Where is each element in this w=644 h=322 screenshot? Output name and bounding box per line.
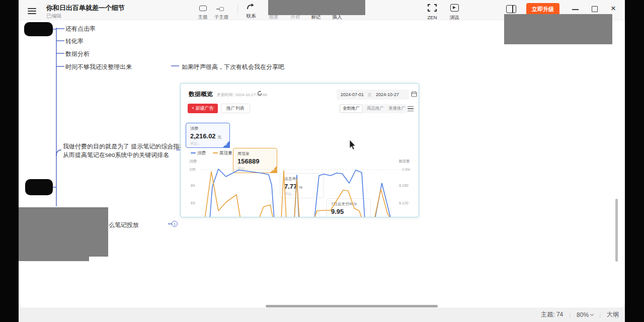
dashboard-title: 数据概览 [189, 90, 213, 99]
collapse-count-badge[interactable]: 1 [172, 221, 178, 227]
horizontal-scrollbar[interactable] [266, 305, 438, 307]
mindmap-node[interactable]: 数据分析 [65, 50, 90, 58]
date-start: 2024-07-01 [341, 92, 364, 97]
right-letterbox [625, 0, 644, 322]
zen-mode-button[interactable]: ZEN [424, 4, 441, 20]
left-letterbox [0, 0, 19, 322]
chevron-down-icon [590, 312, 594, 315]
window-minimize-button[interactable] [572, 9, 579, 10]
left-axis-tick: 105 [189, 167, 196, 172]
dashboard-image-node[interactable]: 数据概览 更新时间: 2024-10-27 18:48 2024-07-01 至… [180, 83, 419, 217]
toolbar-subtopic-button[interactable]: 子主题 [211, 4, 231, 21]
date-separator: 至 [368, 92, 372, 98]
mindmap-callout-node[interactable]: 如果呼声很高，下次有机会我在分享吧 [182, 63, 284, 71]
metrics-chart-plot [201, 167, 411, 217]
toolbar-divider [237, 6, 238, 15]
legend-spend-swatch [191, 152, 196, 153]
status-bar [19, 308, 625, 322]
window-close-button[interactable]: × [611, 5, 616, 12]
redaction-overlay-toolbar [268, 0, 365, 15]
document-title: 你和日出百单就差一个细节 [46, 4, 125, 13]
zoom-control[interactable]: 80% [577, 311, 593, 318]
legend-impressions-swatch [213, 152, 218, 153]
tab-all-promo[interactable]: 全部推广 [340, 105, 362, 113]
tab-product-promo[interactable]: 商品推广 [367, 106, 384, 112]
redaction-overlay-bottomleft-step [19, 257, 89, 261]
side-panel-icon [506, 5, 516, 13]
refresh-icon[interactable] [257, 91, 263, 96]
menu-icon[interactable] [28, 7, 36, 16]
mindmap-purpose-node[interactable]: 我做付费的目的就是为了 提示笔记的综合指标， 从而提高笔记在seo系统中的关键词… [63, 142, 191, 159]
mindmap-node-redacted-bottom[interactable] [25, 179, 53, 195]
redaction-overlay-topright [504, 14, 612, 44]
new-ad-button[interactable]: + 新建广告 [188, 104, 218, 113]
subtopic-icon [219, 7, 224, 11]
date-range-picker[interactable]: 2024-07-01 至 2024-10-27 [337, 90, 409, 100]
play-icon [450, 4, 459, 12]
panel-toggle-button[interactable] [506, 5, 516, 15]
document-state: 已编辑 [46, 13, 61, 20]
statusbar-group: 主题: 74 | 80% | 大纲 [541, 310, 619, 319]
zen-icon [428, 4, 437, 12]
left-axis-tick: 84 [191, 183, 195, 188]
relation-arrow-icon [247, 3, 256, 10]
mindmap-node[interactable]: 还有点击率 [65, 25, 96, 33]
promo-list-button[interactable]: 推广列表 [221, 104, 250, 113]
topic-icon [199, 6, 207, 11]
chart-legend: 消费 展现量 [191, 150, 232, 156]
vertical-scrollbar[interactable] [615, 199, 618, 262]
mindmap-node[interactable]: 转化率 [65, 37, 84, 46]
outline-button[interactable]: 大纲 [607, 310, 619, 319]
mindmap-node-redacted-top[interactable] [24, 22, 53, 36]
calendar-icon[interactable] [411, 91, 417, 97]
selected-check-icon: ✓ [222, 140, 230, 148]
left-axis-title: 消费 [189, 159, 197, 164]
tab-live-promo[interactable]: 直播推广 [388, 106, 406, 112]
left-axis-tick: 63 [191, 201, 195, 205]
window-maximize-button[interactable] [592, 6, 598, 12]
present-button[interactable]: 演说 [446, 4, 463, 21]
promo-tabbar: 全部推广 商品推广 直播推广 [339, 104, 407, 113]
toolbar-relation-button[interactable]: 联系 [242, 3, 260, 20]
mouse-cursor [349, 140, 356, 150]
topic-count: 主题: 74 [541, 310, 563, 319]
list-settings-icon[interactable] [408, 106, 414, 111]
app-window: 你和日出百单就差一个细节 已编辑 主题 子主题 联系 概要 外框 标记 插入 Z… [0, 0, 644, 322]
toolbar-topic-button[interactable]: 主题 [194, 4, 211, 21]
mindmap-node[interactable]: 时间不够我还没整理出来 [65, 63, 132, 71]
right-axis-title: 展现量 [398, 159, 410, 164]
redaction-overlay-bottomleft [19, 207, 108, 257]
metric-card-spend[interactable]: 消费 2,216.02 元 环比-- ✓ [186, 123, 230, 148]
date-end: 2024-10-27 [376, 92, 399, 97]
